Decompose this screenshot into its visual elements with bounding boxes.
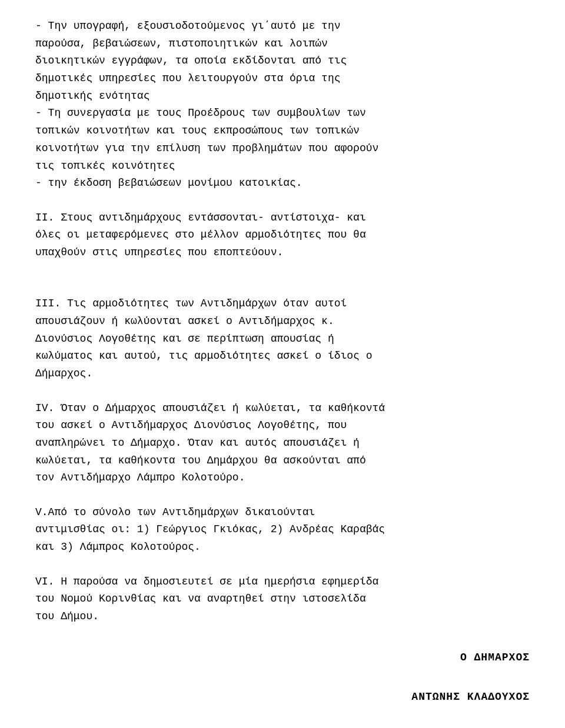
signature-section: Ο ΔΗΜΑΡΧΟΣ ΑΝΤΩΝΗΣ ΚΛΑΔΟΥΧΟΣ <box>35 649 530 706</box>
paragraph-1: - Την υπογραφή, εξουσιοδοτούμενος γι΄αυτ… <box>35 18 530 192</box>
page: - Την υπογραφή, εξουσιοδοτούμενος γι΄αυτ… <box>0 0 565 728</box>
signature-title: Ο ΔΗΜΑΡΧΟΣ <box>35 649 530 666</box>
paragraph-5: V.Από το σύνολο των Αντιδημάρχων δικαιού… <box>35 504 530 556</box>
signature-name: ΑΝΤΩΝΗΣ ΚΛΑΔΟΥΧΟΣ <box>35 689 530 706</box>
paragraph-3: ΙΙΙ. Τις αρμοδιότητες των Αντιδημάρχων ό… <box>35 295 530 382</box>
paragraph-6: VI. Η παρούσα να δημοσιευτεί σε μία ημερ… <box>35 573 530 626</box>
paragraph-2: ΙΙ. Στους αντιδημάρχους εντάσσονται- αντ… <box>35 209 530 262</box>
paragraph-4: IV. Όταν ο Δήμαρχος απουσιάζει ή κωλύετα… <box>35 400 530 487</box>
